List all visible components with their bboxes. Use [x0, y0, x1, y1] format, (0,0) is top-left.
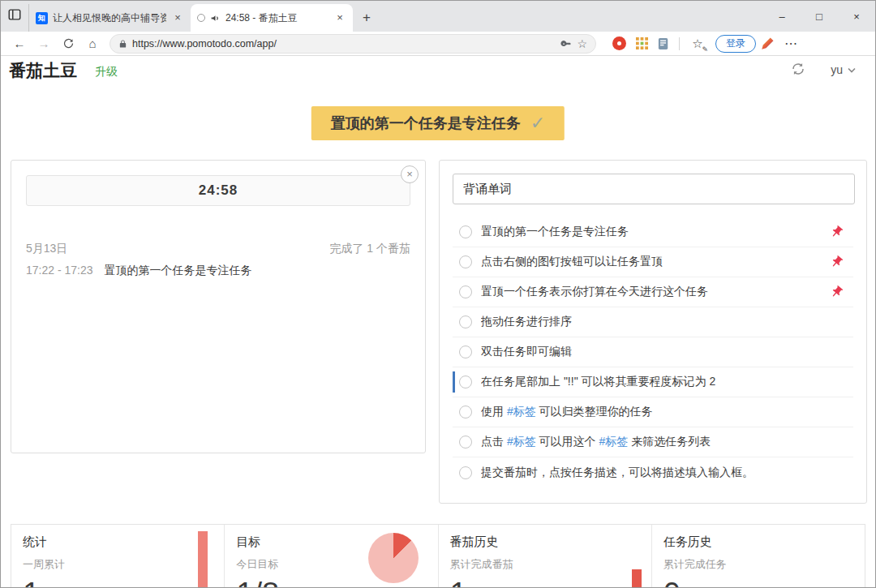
task-checkbox[interactable]: [459, 436, 472, 449]
task-row[interactable]: 拖动任务进行排序: [453, 307, 853, 337]
task-row[interactable]: 点击右侧的图钉按钮可以让任务置顶: [453, 247, 853, 277]
goal-pie-chart: [368, 533, 419, 583]
url-text[interactable]: https://www.pomotodo.com/app/: [132, 38, 556, 49]
close-window-button[interactable]: ×: [838, 1, 875, 32]
chevron-down-icon: [848, 67, 856, 73]
forward-button[interactable]: →: [33, 34, 54, 54]
history-entry-time: 17:22 - 17:23: [26, 264, 93, 278]
history-summary: 完成了 1 个番茄: [329, 242, 410, 256]
tab-close-icon[interactable]: ×: [333, 11, 346, 24]
stat-subtitle: 一周累计: [23, 557, 224, 572]
tab-title: 让人相见恨晚的高中辅导资料 (:: [53, 11, 166, 25]
task-row[interactable]: 置顶的第一个任务是专注任务: [453, 217, 853, 247]
task-checkbox[interactable]: [459, 315, 472, 328]
username: yu: [831, 63, 843, 76]
task-checkbox[interactable]: [459, 466, 472, 479]
lock-icon[interactable]: [118, 39, 127, 49]
tab-title: 24:58 - 番茄土豆: [225, 11, 328, 25]
pin-icon[interactable]: [830, 225, 844, 239]
home-button[interactable]: ⌂: [82, 34, 103, 54]
task-checkbox[interactable]: [459, 225, 472, 238]
task-segment: 提交番茄时，点按任务描述，可以将描述填入输入框。: [481, 466, 754, 479]
grid-extension-icon[interactable]: [636, 37, 648, 49]
task-segment: 来筛选任务列表: [628, 435, 711, 448]
toolbar-divider: [679, 37, 680, 50]
more-menu-button[interactable]: ⋯: [784, 36, 798, 51]
stat-title: 番茄历史: [450, 534, 651, 550]
task-row[interactable]: 使用 #标签 可以归类整理你的任务: [453, 397, 853, 427]
task-text: 双击任务即可编辑: [481, 345, 572, 359]
timer-card: × 24:58 5月13日 完成了 1 个番茄 17:22 - 17:23 置顶…: [11, 160, 426, 453]
tag-link[interactable]: #标签: [507, 405, 536, 418]
favicon-placeholder-icon: [197, 14, 205, 22]
tab-actions-button[interactable]: [1, 1, 28, 32]
task-checkbox[interactable]: [459, 255, 472, 268]
pin-icon[interactable]: [830, 285, 844, 299]
task-list-card: 置顶的第一个任务是专注任务 点击右侧的图钉按钮可以让任务置顶 置顶一个任务表示你…: [439, 160, 867, 504]
task-segment: 点击: [481, 435, 507, 448]
task-checkbox[interactable]: [459, 346, 472, 358]
stat-card-pomo-history[interactable]: 番茄历史 累计完成番茄 1: [439, 525, 652, 587]
task-checkbox[interactable]: [459, 285, 472, 298]
browser-tab-pomotodo[interactable]: 24:58 - 番茄土豆 ×: [191, 4, 353, 32]
maximize-button[interactable]: □: [801, 1, 838, 32]
task-row[interactable]: 提交番茄时，点按任务描述，可以将描述填入输入框。: [453, 457, 853, 487]
address-bar[interactable]: https://www.pomotodo.com/app/ ☆: [110, 34, 596, 54]
task-segment: 点击右侧的图钉按钮可以让任务置顶: [481, 255, 663, 268]
red-extension-icon[interactable]: [612, 36, 626, 50]
task-checkbox[interactable]: [459, 376, 472, 388]
weekly-bar-chart: [198, 531, 208, 587]
task-text: 使用 #标签 可以归类整理你的任务: [481, 405, 653, 419]
tag-link[interactable]: #标签: [507, 435, 536, 448]
tab-close-icon[interactable]: ×: [171, 11, 184, 24]
history-entry: 17:22 - 17:23 置顶的第一个任务是专注任务: [26, 264, 252, 278]
close-timer-button[interactable]: ×: [401, 165, 419, 183]
stat-subtitle: 累计完成任务: [663, 557, 865, 572]
task-row-priority[interactable]: 在任务尾部加上 "!!" 可以将其重要程度标记为 2: [453, 367, 853, 397]
minimize-button[interactable]: –: [763, 1, 801, 32]
browser-tab-zhihu[interactable]: 知 让人相见恨晚的高中辅导资料 (: ×: [28, 4, 191, 32]
focus-task-banner: 置顶的第一个任务是专注任务 ✓: [311, 106, 565, 140]
back-button[interactable]: ←: [9, 34, 30, 54]
upgrade-link[interactable]: 升级: [95, 65, 118, 79]
task-text: 置顶一个任务表示你打算在今天进行这个任务: [481, 285, 708, 299]
timer-display: 24:58: [26, 175, 410, 206]
task-row[interactable]: 置顶一个任务表示你打算在今天进行这个任务: [453, 277, 853, 307]
task-segment: 置顶的第一个任务是专注任务: [481, 225, 629, 238]
pin-icon[interactable]: [830, 255, 844, 269]
task-row[interactable]: 双击任务即可编辑: [453, 337, 853, 367]
history-date: 5月13日: [26, 242, 67, 256]
stat-card-goal[interactable]: 目标 今日目标 1/8: [225, 525, 438, 587]
task-text: 点击右侧的图钉按钮可以让任务置顶: [481, 255, 663, 269]
new-task-input[interactable]: [453, 174, 855, 204]
password-key-icon[interactable]: [560, 38, 572, 49]
stat-value: 1: [23, 577, 224, 587]
tag-link[interactable]: #标签: [599, 435, 628, 448]
stat-title: 统计: [23, 534, 224, 550]
task-text: 点击 #标签 可以用这个 #标签 来筛选任务列表: [481, 435, 711, 449]
login-button[interactable]: 登录: [715, 35, 756, 53]
document-extension-icon[interactable]: [658, 37, 669, 50]
stat-card-task-history[interactable]: 任务历史 累计完成任务 0: [652, 525, 865, 587]
task-segment: 可以用这个: [536, 435, 599, 448]
user-menu[interactable]: yu: [831, 63, 856, 76]
tab-audio-icon[interactable]: [210, 13, 221, 24]
colorful-pen-extension-icon[interactable]: [760, 36, 775, 51]
task-row[interactable]: 点击 #标签 可以用这个 #标签 来筛选任务列表: [453, 427, 853, 457]
task-segment: 拖动任务进行排序: [481, 315, 572, 328]
task-text: 在任务尾部加上 "!!" 可以将其重要程度标记为 2: [481, 375, 715, 389]
bookmark-star-icon[interactable]: ☆: [577, 37, 587, 50]
favorites-icon[interactable]: ☆ ✎: [689, 36, 706, 51]
refresh-button[interactable]: [58, 34, 79, 54]
new-tab-button[interactable]: +: [356, 7, 377, 28]
task-segment: 置顶一个任务表示你打算在今天进行这个任务: [481, 285, 708, 298]
task-checkbox[interactable]: [459, 406, 472, 418]
history-entry-text: 置顶的第一个任务是专注任务: [105, 264, 252, 278]
stat-card-statistics[interactable]: 统计 一周累计 1: [11, 525, 225, 587]
sync-icon[interactable]: [791, 62, 805, 79]
titlebar: 知 让人相见恨晚的高中辅导资料 (: × 24:58 - 番茄土豆 × + – …: [1, 1, 875, 32]
banner-text: 置顶的第一个任务是专注任务: [331, 114, 521, 133]
stats-section: 统计 一周累计 1 目标 今日目标 1/8 番茄历史 累计完成番茄 1 任务历史…: [11, 524, 865, 587]
pomotodo-app-page: 番茄土豆 升级 yu 置顶的第一个任务是专注任务 ✓ × 24:58 5月13日…: [1, 56, 875, 587]
pomo-history-bar-chart: [632, 569, 642, 587]
